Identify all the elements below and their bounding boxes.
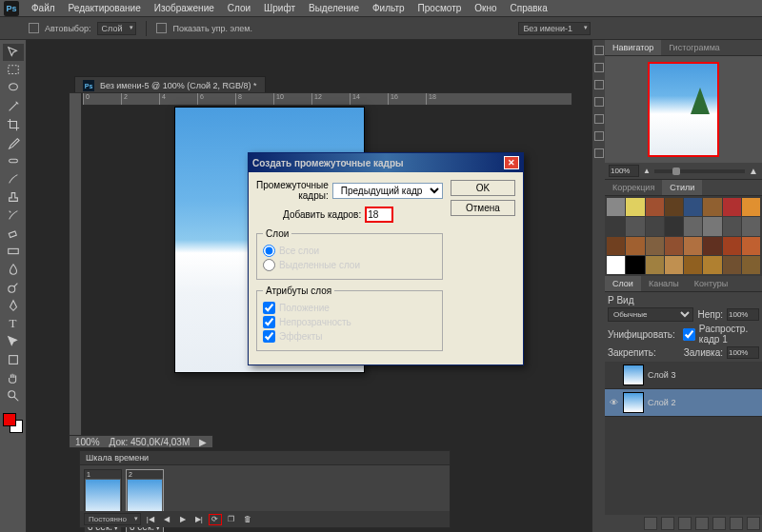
menu-type[interactable]: Шрифт <box>257 1 302 15</box>
visibility-toggle[interactable]: 👁 <box>608 397 619 408</box>
style-swatch[interactable] <box>703 256 721 274</box>
style-swatch[interactable] <box>723 198 741 216</box>
dialog-titlebar[interactable]: Создать промежуточные кадры ✕ <box>249 153 523 172</box>
style-swatch[interactable] <box>646 256 664 274</box>
tool-gradient[interactable] <box>3 243 24 260</box>
tab-channels[interactable]: Каналы <box>641 276 687 291</box>
style-swatch[interactable] <box>742 217 760 235</box>
status-zoom[interactable]: 100% <box>75 437 100 447</box>
doc-tab-short[interactable]: Без имени-1 <box>518 22 591 35</box>
zoom-in-icon[interactable]: ▲ <box>749 166 758 176</box>
tab-adjustments[interactable]: Коррекция <box>605 180 662 195</box>
style-swatch[interactable] <box>665 237 683 255</box>
tool-hand[interactable] <box>3 369 24 386</box>
navigator-thumbnail[interactable] <box>605 56 762 163</box>
menu-window[interactable]: Окно <box>468 1 503 15</box>
style-swatch[interactable] <box>723 237 741 255</box>
tool-eraser[interactable] <box>3 225 24 242</box>
tool-blur[interactable] <box>3 261 24 278</box>
style-swatch[interactable] <box>703 217 721 235</box>
tool-history-brush[interactable] <box>3 207 24 224</box>
layer-thumbnail[interactable] <box>623 365 644 385</box>
style-swatch[interactable] <box>607 217 625 235</box>
tab-navigator[interactable]: Навигатор <box>605 40 661 55</box>
style-swatch[interactable] <box>742 198 760 216</box>
style-swatch[interactable] <box>665 256 683 274</box>
radio-selected-layers[interactable]: Выделенные слои <box>263 259 436 271</box>
layer-thumbnail[interactable] <box>623 392 644 413</box>
delete-frame-button[interactable]: 🗑 <box>241 514 254 525</box>
style-swatch[interactable] <box>684 217 702 235</box>
fg-color[interactable] <box>3 413 16 426</box>
style-swatch[interactable] <box>607 237 625 255</box>
radio-all-layers[interactable]: Все слои <box>263 245 436 257</box>
check-position[interactable]: Положение <box>263 302 436 314</box>
style-swatch[interactable] <box>703 237 721 255</box>
showctrl-checkbox[interactable] <box>156 23 167 33</box>
tween-with-dropdown[interactable]: Предыдущий кадр <box>332 183 443 199</box>
duplicate-frame-button[interactable]: ❐ <box>225 514 238 525</box>
new-layer-icon[interactable] <box>730 517 743 530</box>
check-opacity[interactable]: Непрозрачность <box>263 316 436 328</box>
menu-help[interactable]: Справка <box>504 1 554 15</box>
mask-icon[interactable] <box>678 517 692 530</box>
autoselect-checkbox[interactable] <box>29 23 39 33</box>
panel-icon[interactable] <box>594 46 604 55</box>
tool-shape[interactable] <box>3 351 24 368</box>
add-frames-input[interactable] <box>365 207 393 223</box>
link-layers-icon[interactable] <box>644 517 657 530</box>
style-swatch[interactable] <box>684 198 702 216</box>
play-button[interactable]: ▶ <box>176 514 190 525</box>
tween-button[interactable]: ⟳ <box>209 514 222 525</box>
adjustment-icon[interactable] <box>695 517 709 530</box>
layer-name[interactable]: Слой 3 <box>648 370 675 380</box>
fx-icon[interactable] <box>661 517 674 530</box>
color-swatches[interactable] <box>0 413 26 436</box>
loop-dropdown[interactable]: Постоянно <box>84 513 141 525</box>
menu-file[interactable]: Файл <box>25 1 62 15</box>
tool-type[interactable]: T <box>3 315 24 332</box>
prev-frame-button[interactable]: ◀ <box>160 514 173 525</box>
style-swatch[interactable] <box>723 217 741 235</box>
status-arrow-icon[interactable]: ▶ <box>199 437 207 447</box>
tool-marquee[interactable] <box>3 62 24 79</box>
panel-icon[interactable] <box>594 97 604 107</box>
layer-row[interactable]: Слой 3 <box>605 362 762 389</box>
autoselect-dropdown[interactable]: Слой <box>97 22 137 35</box>
menu-select[interactable]: Выделение <box>302 1 366 15</box>
style-swatch[interactable] <box>742 237 760 255</box>
check-effects[interactable]: Эффекты <box>263 330 436 343</box>
style-swatch[interactable] <box>684 256 702 274</box>
tool-stamp[interactable] <box>3 188 24 206</box>
tool-brush[interactable] <box>3 170 24 187</box>
zoom-out-icon[interactable]: ▲ <box>643 167 651 175</box>
tool-wand[interactable] <box>3 98 24 115</box>
style-swatch[interactable] <box>646 217 664 235</box>
visibility-toggle[interactable] <box>608 369 619 381</box>
tab-histogram[interactable]: Гистограмма <box>661 40 728 55</box>
ok-button[interactable]: OK <box>451 180 515 196</box>
menu-image[interactable]: Изображение <box>148 1 221 15</box>
nav-zoom-input[interactable] <box>609 165 639 177</box>
cancel-button[interactable]: Отмена <box>451 200 515 216</box>
tab-layers[interactable]: Слои <box>605 276 641 291</box>
first-frame-button[interactable]: |◀ <box>144 514 157 525</box>
menu-filter[interactable]: Фильтр <box>366 1 411 15</box>
style-swatch[interactable] <box>665 217 683 235</box>
blend-mode-dropdown[interactable]: Обычные <box>608 307 693 322</box>
style-swatch[interactable] <box>626 198 644 216</box>
panel-icon[interactable] <box>594 148 604 158</box>
style-swatch[interactable] <box>684 237 702 255</box>
close-button[interactable]: ✕ <box>504 156 519 169</box>
group-icon[interactable] <box>712 517 726 530</box>
panel-icon[interactable] <box>594 80 604 89</box>
tool-path[interactable] <box>3 333 24 350</box>
next-frame-button[interactable]: ▶| <box>192 514 206 525</box>
tool-lasso[interactable] <box>3 80 24 97</box>
panel-icon[interactable] <box>594 63 604 72</box>
tab-paths[interactable]: Контуры <box>687 276 735 291</box>
tab-styles[interactable]: Стили <box>662 180 702 195</box>
style-swatch[interactable] <box>742 256 760 274</box>
opacity-input[interactable] <box>727 308 759 321</box>
layer-row[interactable]: 👁 Слой 2 <box>605 389 762 417</box>
